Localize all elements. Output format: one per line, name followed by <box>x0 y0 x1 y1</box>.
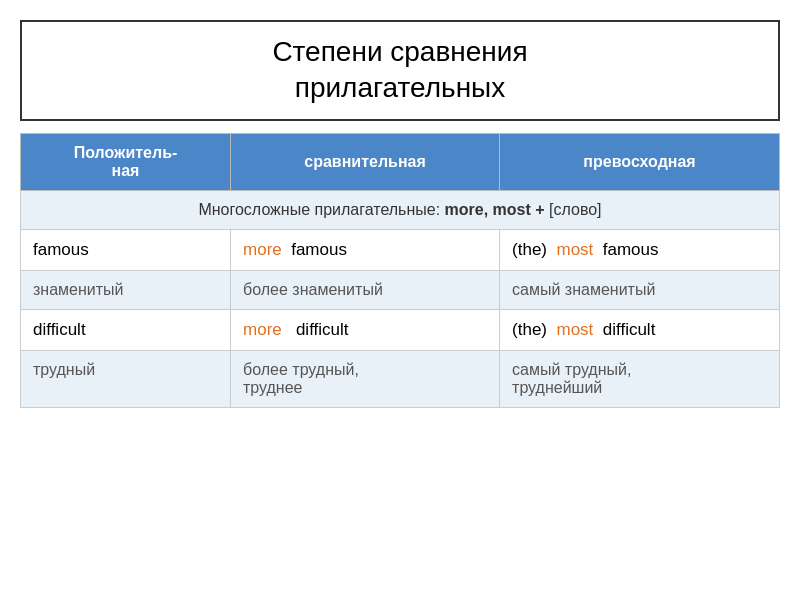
title-box: Степени сравнения прилагательных <box>20 20 780 121</box>
header-col2: сравнительная <box>231 133 500 190</box>
header-col1: Положитель-ная <box>21 133 231 190</box>
famous-col1: famous <box>21 229 231 270</box>
info-text-after: [слово] <box>545 201 602 218</box>
most-label-1: most <box>556 240 593 259</box>
difficult-col1: difficult <box>21 309 231 350</box>
header-col3: превосходная <box>500 133 780 190</box>
famous-col2: more famous <box>231 229 500 270</box>
more-label-2: more <box>243 320 282 339</box>
info-cell: Многосложные прилагательные: more, most … <box>21 190 780 229</box>
difficult-col2: more difficult <box>231 309 500 350</box>
main-container: Степени сравнения прилагательных Положит… <box>20 20 780 408</box>
table-row-famous-translation: знаменитый более знаменитый самый знамен… <box>21 270 780 309</box>
famous-trans-col2: более знаменитый <box>231 270 500 309</box>
difficult-trans-col3: самый трудный,труднейший <box>500 350 780 407</box>
info-text-before: Многосложные прилагательные: <box>198 201 444 218</box>
most-label-2: most <box>556 320 593 339</box>
difficult-trans-col1: трудный <box>21 350 231 407</box>
title-line1: Степени сравнения <box>272 36 527 67</box>
more-label-1: more <box>243 240 282 259</box>
table-header-row: Положитель-ная сравнительная превосходна… <box>21 133 780 190</box>
info-bold: more, most + <box>445 201 545 218</box>
table-row-famous: famous more famous (the) most famous <box>21 229 780 270</box>
comparison-table: Положитель-ная сравнительная превосходна… <box>20 133 780 408</box>
table-row-difficult: difficult more difficult (the) most diff… <box>21 309 780 350</box>
difficult-trans-col2: более трудный,труднее <box>231 350 500 407</box>
famous-trans-col3: самый знаменитый <box>500 270 780 309</box>
table-row-difficult-translation: трудный более трудный,труднее самый труд… <box>21 350 780 407</box>
title-line2: прилагательных <box>295 72 506 103</box>
difficult-col3: (the) most difficult <box>500 309 780 350</box>
info-row: Многосложные прилагательные: more, most … <box>21 190 780 229</box>
famous-col3: (the) most famous <box>500 229 780 270</box>
famous-trans-col1: знаменитый <box>21 270 231 309</box>
